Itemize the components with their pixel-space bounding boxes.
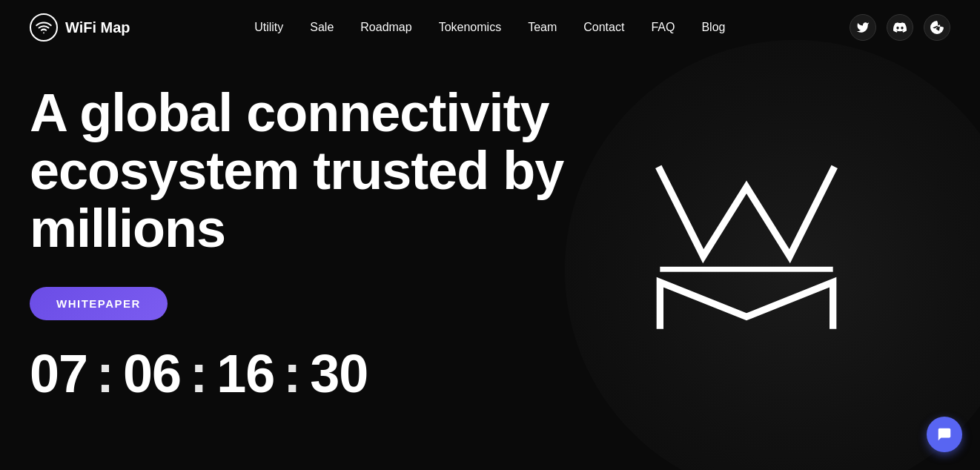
- nav-roadmap[interactable]: Roadmap: [360, 21, 411, 33]
- countdown-sep-1: :: [96, 347, 114, 400]
- nav-contact[interactable]: Contact: [583, 21, 624, 33]
- nav-sale[interactable]: Sale: [310, 21, 334, 33]
- twitter-icon[interactable]: [850, 14, 876, 41]
- nav-utility[interactable]: Utility: [254, 21, 283, 33]
- svg-point-0: [43, 32, 44, 33]
- wifi-icon: [30, 13, 58, 42]
- countdown-minutes: 16: [216, 347, 274, 400]
- nav-tokenomics[interactable]: Tokenomics: [439, 21, 501, 33]
- nav-links: Utility Sale Roadmap Tokenomics Team Con…: [254, 21, 725, 34]
- countdown-seconds: 30: [310, 347, 368, 400]
- countdown-sep-3: :: [283, 347, 301, 400]
- hero-headline: A global connectivity ecosystem trusted …: [30, 85, 638, 257]
- hero-section: A global connectivity ecosystem trusted …: [0, 55, 980, 470]
- nav-blog[interactable]: Blog: [701, 21, 725, 33]
- countdown-timer: 07 : 06 : 16 : 30: [30, 347, 950, 400]
- logo-text: WiFi Map: [65, 19, 130, 36]
- countdown-days: 07: [30, 347, 87, 400]
- countdown-sep-2: :: [190, 347, 208, 400]
- nav-faq[interactable]: FAQ: [651, 21, 675, 33]
- whitepaper-button[interactable]: WHITEPAPER: [30, 287, 168, 320]
- countdown-hours: 06: [123, 347, 181, 400]
- nav-team[interactable]: Team: [528, 21, 557, 33]
- discord-icon[interactable]: [887, 14, 913, 41]
- logo-link[interactable]: WiFi Map: [30, 13, 130, 42]
- telegram-icon[interactable]: [924, 14, 950, 41]
- navbar: WiFi Map Utility Sale Roadmap Tokenomics…: [0, 0, 980, 55]
- chat-bubble-button[interactable]: [927, 417, 962, 452]
- social-icons-group: [850, 14, 950, 41]
